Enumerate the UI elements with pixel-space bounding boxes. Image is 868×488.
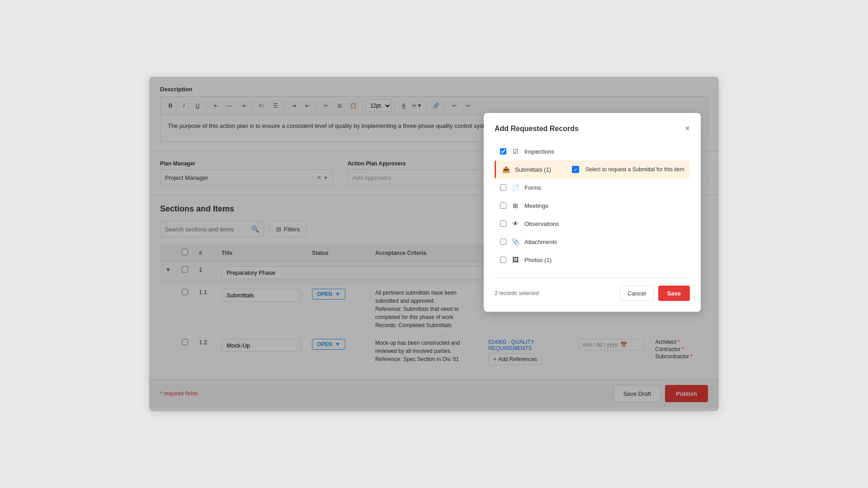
meetings-label: Meetings [524, 202, 684, 209]
records-selected-text: 2 records selected [495, 290, 539, 296]
modal-item-inspections[interactable]: ☑ Inspections [495, 142, 690, 160]
meetings-checkbox[interactable] [500, 202, 506, 209]
submittals-selected-icon: ✓ [572, 166, 579, 173]
photos-checkbox[interactable] [500, 257, 506, 263]
forms-checkbox[interactable] [500, 184, 506, 191]
photos-icon: 🖼 [511, 255, 520, 264]
forms-icon: 📄 [511, 183, 520, 192]
attachments-label: Attachments [524, 239, 684, 245]
modal-cancel-button[interactable]: Cancel [620, 286, 653, 301]
submittals-label: Submittals (1) [515, 166, 551, 173]
meetings-icon: ⊞ [511, 201, 520, 210]
submittal-select-text: Select to request a Submittal for this i… [585, 166, 684, 173]
submittals-left: 📤 Submittals (1) [501, 165, 551, 174]
inspections-label: Inspections [524, 148, 684, 155]
attachments-checkbox[interactable] [500, 239, 506, 245]
modal-item-photos[interactable]: 🖼 Photos (1) [495, 251, 690, 269]
add-requested-records-modal: Add Requested Records × ☑ Inspections 📤 … [484, 113, 701, 312]
modal-overlay: Add Requested Records × ☑ Inspections 📤 … [149, 77, 719, 411]
forms-label: Forms [524, 184, 684, 191]
inspections-checkbox[interactable] [500, 148, 506, 155]
submittals-right: ✓ Select to request a Submittal for this… [572, 166, 684, 173]
modal-save-button[interactable]: Save [658, 286, 690, 301]
modal-close-button[interactable]: × [685, 124, 690, 133]
photos-label: Photos (1) [524, 257, 684, 263]
modal-header: Add Requested Records × [495, 124, 690, 133]
modal-items-list: ☑ Inspections 📤 Submittals (1) ✓ Select … [495, 142, 690, 269]
attachments-icon: 📎 [511, 237, 520, 246]
modal-footer-actions: Cancel Save [620, 286, 690, 301]
main-container: Description B I U ⇤ ― ⇥ •∷ ☰ ⇥ ⇤ ✂ ⧉ 📋 1… [149, 77, 719, 411]
observations-icon: 👁 [511, 219, 520, 228]
modal-title: Add Requested Records [495, 125, 579, 133]
modal-item-meetings[interactable]: ⊞ Meetings [495, 197, 690, 215]
observations-label: Observations [524, 221, 684, 227]
modal-item-forms[interactable]: 📄 Forms [495, 178, 690, 197]
observations-checkbox[interactable] [500, 221, 506, 227]
modal-item-attachments[interactable]: 📎 Attachments [495, 233, 690, 251]
inspections-icon: ☑ [511, 147, 520, 156]
modal-item-submittals[interactable]: 📤 Submittals (1) ✓ Select to request a S… [495, 160, 690, 178]
modal-item-observations[interactable]: 👁 Observations [495, 215, 690, 233]
modal-footer: 2 records selected Cancel Save [495, 278, 690, 301]
submittals-icon: 📤 [501, 165, 510, 174]
